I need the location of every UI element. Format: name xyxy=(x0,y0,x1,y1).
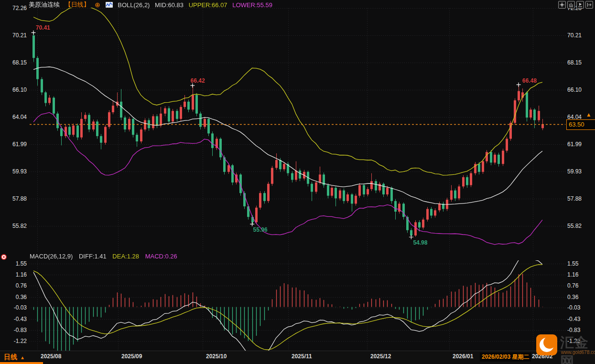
triangle-up-icon: ▲ xyxy=(20,355,25,360)
chart-canvas[interactable] xyxy=(0,0,595,364)
boll-params-label: BOLL(26,2) xyxy=(118,1,150,9)
boll-mid-value: MID:60.83 xyxy=(155,1,184,9)
period-selector[interactable]: 日线▲ xyxy=(4,353,25,362)
symbol-name: 美原油连续 xyxy=(29,1,60,8)
mini-kline-icon[interactable] xyxy=(106,2,113,8)
watermark: 汇金网 www.gold678.com xyxy=(536,333,595,358)
chart-toolbar xyxy=(558,1,593,9)
site-name: 汇金网 xyxy=(560,333,595,364)
last-price-badge: 63.50 xyxy=(566,119,595,130)
period-label: 日线 xyxy=(4,353,17,361)
x-axis-label: 2025/11 xyxy=(292,353,312,360)
boll-upper-value: UPPER:66.07 xyxy=(189,1,227,9)
boll-lower-value: LOWER:55.59 xyxy=(232,1,272,9)
price-annotation: 70.41 xyxy=(36,24,50,31)
x-axis-label: 2025/10 xyxy=(206,353,227,360)
main-chart-header: 美原油连续 【日线】 ⊕ BOLL(26,2) MID:60.83 UPPER:… xyxy=(29,0,276,8)
x-axis-label: 2025/09 xyxy=(121,353,142,360)
macd-macd-value: MACD:0.26 xyxy=(145,253,177,260)
crosshair-icon[interactable] xyxy=(558,1,566,9)
site-logo-icon xyxy=(536,334,557,355)
macd-header: MACD(26,12,9) DIFF:1.41 DEA:1.28 MACD:0.… xyxy=(30,253,182,260)
highlighted-date: 2026/02/03 星期二 xyxy=(480,353,531,362)
bottom-bar: 日线▲ 2025/082025/092025/102025/112025/122… xyxy=(0,351,595,364)
price-annotation: 55.96 xyxy=(253,226,268,233)
macd-diff-value: DIFF:1.41 xyxy=(79,253,107,260)
x-axis-label: 2026/01 xyxy=(453,353,473,360)
macd-dea-value: DEA:1.28 xyxy=(112,253,139,260)
kline-app: 美原油连续 【日线】 ⊕ BOLL(26,2) MID:60.83 UPPER:… xyxy=(0,0,595,364)
price-annotation: 66.42 xyxy=(191,77,205,84)
price-up-arrow-icon: ▲ xyxy=(586,111,592,118)
playback-marker-icon[interactable] xyxy=(576,1,584,9)
x-axis-label: 2025/08 xyxy=(41,353,61,360)
x-axis-label: 2025/12 xyxy=(370,353,391,360)
period-underline xyxy=(0,362,43,364)
macd-params-label: MACD(26,12,9) xyxy=(30,253,73,260)
price-annotation: 66.48 xyxy=(522,77,537,84)
macd-marker-icon[interactable] xyxy=(1,254,7,260)
period-tag[interactable]: 【日线】 xyxy=(65,1,90,8)
indicator-panel-icon[interactable] xyxy=(567,1,575,9)
price-annotation: 54.98 xyxy=(413,239,427,246)
add-indicator-icon[interactable]: ⊕ xyxy=(95,1,100,9)
site-url: www.gold678.com xyxy=(561,350,595,355)
pan-right-icon[interactable] xyxy=(585,1,593,9)
